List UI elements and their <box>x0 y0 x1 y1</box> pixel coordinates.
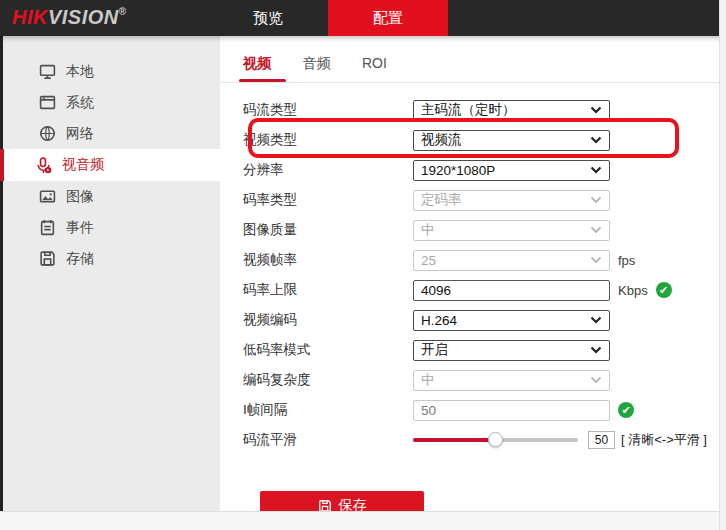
slider-fill <box>413 438 496 442</box>
event-icon <box>39 219 56 236</box>
video-type-select[interactable]: 视频流 <box>413 130 610 151</box>
form-row-frame-rate: 视频帧率 25 fps <box>220 245 720 275</box>
video-encoding-value: H.264 <box>421 313 457 328</box>
valid-check-icon: ✔ <box>618 402 634 418</box>
sidebar-item-label: 网络 <box>66 125 94 143</box>
video-settings-form: 码流类型 主码流（定时） 视频类型 视频流 分辨率 1920*1080P <box>220 83 720 521</box>
scrollbar-track[interactable] <box>719 0 726 530</box>
form-row-bitrate-type: 码率类型 定码率 <box>220 185 720 215</box>
frame-rate-select: 25 <box>413 250 610 271</box>
low-bitrate-mode-value: 开启 <box>421 341 448 359</box>
form-row-stream-smoothing: 码流平滑 50 [ 清晰<->平滑 ] <box>220 425 720 455</box>
sidebar-item-audio-video[interactable]: 视音频 <box>0 149 220 181</box>
form-row-iframe-interval: I帧间隔 ✔ <box>220 395 720 425</box>
sidebar-item-event[interactable]: 事件 <box>3 212 220 243</box>
image-quality-label: 图像质量 <box>243 221 413 239</box>
stream-type-value: 主码流（定时） <box>421 101 516 119</box>
form-row-max-bitrate: 码率上限 Kbps ✔ <box>220 275 720 305</box>
iframe-interval-label: I帧间隔 <box>243 401 413 419</box>
bitrate-type-select: 定码率 <box>413 190 610 211</box>
top-tabs: 预览 配置 <box>208 0 448 36</box>
image-quality-value: 中 <box>421 221 435 239</box>
max-bitrate-input[interactable] <box>413 280 610 301</box>
hikvision-logo: HIKVISION® <box>12 6 127 29</box>
sidebar-item-system[interactable]: 系统 <box>3 87 220 118</box>
kbps-unit-label: Kbps <box>618 283 648 298</box>
globe-icon <box>39 125 56 142</box>
video-encoding-label: 视频编码 <box>243 311 413 329</box>
form-row-stream-type: 码流类型 主码流（定时） <box>220 95 720 125</box>
tab-audio[interactable]: 音频 <box>302 55 330 82</box>
chevron-down-icon <box>590 316 602 324</box>
storage-icon <box>39 250 56 267</box>
stream-smoothing-value: 50 <box>588 431 615 449</box>
monitor-icon <box>39 63 56 80</box>
video-encoding-select[interactable]: H.264 <box>413 310 610 331</box>
stream-type-select[interactable]: 主码流（定时） <box>413 100 610 121</box>
sidebar-item-local[interactable]: 本地 <box>3 56 220 87</box>
resolution-value: 1920*1080P <box>421 163 495 178</box>
chevron-down-icon <box>590 346 602 354</box>
sidebar-item-label: 图像 <box>66 188 94 206</box>
sidebar-item-image[interactable]: 图像 <box>3 181 220 212</box>
registered-mark: ® <box>119 6 127 17</box>
max-bitrate-label: 码率上限 <box>243 281 413 299</box>
sidebar-item-storage[interactable]: 存储 <box>3 243 220 274</box>
slider-thumb[interactable] <box>488 432 503 447</box>
content-tabs: 视频 音频 ROI <box>220 36 720 83</box>
stream-smoothing-label: 码流平滑 <box>243 431 413 449</box>
encoding-complexity-label: 编码复杂度 <box>243 371 413 389</box>
chevron-down-icon <box>590 106 602 114</box>
form-row-encoding-complexity: 编码复杂度 中 <box>220 365 720 395</box>
chevron-down-icon <box>590 376 602 384</box>
frame-rate-label: 视频帧率 <box>243 251 413 269</box>
tab-configuration[interactable]: 配置 <box>328 0 448 36</box>
tab-video[interactable]: 视频 <box>243 55 271 82</box>
sidebar: 本地 系统 网络 视音频 图像 <box>0 36 220 511</box>
hikvision-config-page: HIKVISION® 预览 配置 本地 系统 网络 <box>0 0 726 530</box>
video-type-label: 视频类型 <box>243 131 413 149</box>
tab-preview[interactable]: 预览 <box>208 0 328 36</box>
main-content: 视频 音频 ROI 码流类型 主码流（定时） 视频类型 视频流 分辨率 <box>220 36 720 511</box>
sidebar-item-label: 事件 <box>66 219 94 237</box>
chevron-down-icon <box>590 256 602 264</box>
low-bitrate-mode-label: 低码率模式 <box>243 341 413 359</box>
chevron-down-icon <box>590 136 602 144</box>
form-row-low-bitrate-mode: 低码率模式 开启 <box>220 335 720 365</box>
sidebar-item-network[interactable]: 网络 <box>3 118 220 149</box>
logo-text-red: HIK <box>12 6 48 28</box>
sidebar-item-label: 本地 <box>66 63 94 81</box>
valid-check-icon: ✔ <box>656 282 672 298</box>
chevron-down-icon <box>590 166 602 174</box>
system-window-icon <box>39 94 56 111</box>
encoding-complexity-select: 中 <box>413 370 610 391</box>
logo-text-gray: VISION <box>48 6 119 28</box>
tab-roi[interactable]: ROI <box>362 55 387 80</box>
resolution-label: 分辨率 <box>243 161 413 179</box>
chevron-down-icon <box>590 226 602 234</box>
form-row-resolution: 分辨率 1920*1080P <box>220 155 720 185</box>
frame-rate-value: 25 <box>421 253 436 268</box>
microphone-icon <box>35 157 52 174</box>
sidebar-item-label: 视音频 <box>62 156 104 174</box>
image-quality-select: 中 <box>413 220 610 241</box>
fps-unit-label: fps <box>618 253 635 268</box>
stream-type-label: 码流类型 <box>243 101 413 119</box>
bitrate-type-value: 定码率 <box>421 191 462 209</box>
stream-smoothing-slider[interactable] <box>413 432 578 448</box>
form-row-image-quality: 图像质量 中 <box>220 215 720 245</box>
chevron-down-icon <box>590 196 602 204</box>
resolution-select[interactable]: 1920*1080P <box>413 160 610 181</box>
image-icon <box>39 188 56 205</box>
iframe-interval-input[interactable] <box>413 400 610 421</box>
low-bitrate-mode-select[interactable]: 开启 <box>413 340 610 361</box>
form-row-video-encoding: 视频编码 H.264 <box>220 305 720 335</box>
bottom-window-strip <box>0 511 726 530</box>
sidebar-item-label: 系统 <box>66 94 94 112</box>
encoding-complexity-value: 中 <box>421 371 435 389</box>
video-type-value: 视频流 <box>421 131 462 149</box>
form-row-video-type: 视频类型 视频流 <box>220 125 720 155</box>
stream-smoothing-hint: [ 清晰<->平滑 ] <box>621 431 707 449</box>
top-navigation-bar: HIKVISION® 预览 配置 <box>0 0 726 36</box>
sidebar-item-label: 存储 <box>66 250 94 268</box>
